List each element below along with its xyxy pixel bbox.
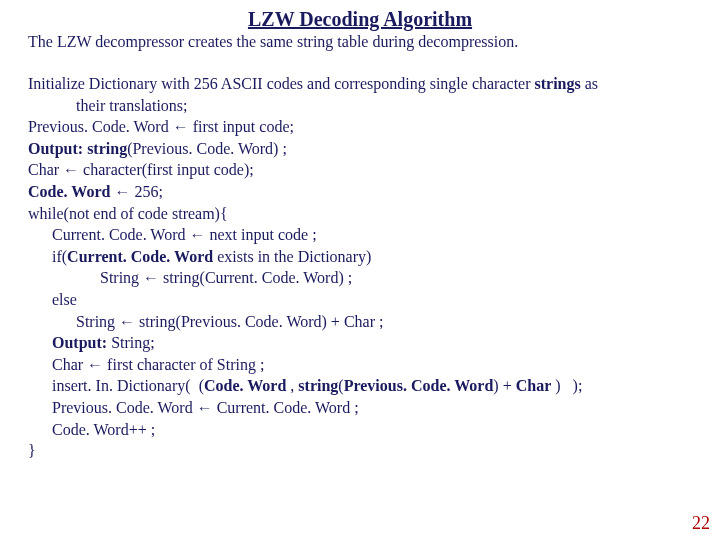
code-line: Char ← first character of String ;: [28, 354, 692, 376]
code-line: Output: string(Previous. Code. Word) ;: [28, 138, 692, 160]
code-line: else: [28, 289, 692, 311]
code-line: insert. In. Dictionary( (Code. Word , st…: [28, 375, 692, 397]
code-line: while(not end of code stream){: [28, 203, 692, 225]
code-line: Initialize Dictionary with 256 ASCII cod…: [28, 73, 692, 95]
slide-page: LZW Decoding Algorithm The LZW decompres…: [0, 0, 720, 462]
code-line: if(Current. Code. Word exists in the Dic…: [28, 246, 692, 268]
code-line: Previous. Code. Word ← first input code;: [28, 116, 692, 138]
code-line: Current. Code. Word ← next input code ;: [28, 224, 692, 246]
code-line: Code. Word ← 256;: [28, 181, 692, 203]
code-line: }: [28, 440, 692, 462]
code-line: their translations;: [28, 95, 692, 117]
code-line: String ← string(Previous. Code. Word) + …: [28, 311, 692, 333]
slide-subtitle: The LZW decompressor creates the same st…: [28, 33, 692, 51]
code-line: Output: String;: [28, 332, 692, 354]
code-line: Code. Word++ ;: [28, 419, 692, 441]
page-number: 22: [692, 513, 710, 534]
code-line: Previous. Code. Word ← Current. Code. Wo…: [28, 397, 692, 419]
code-line: Char ← character(first input code);: [28, 159, 692, 181]
slide-title: LZW Decoding Algorithm: [28, 8, 692, 31]
code-line: String ← string(Current. Code. Word) ;: [28, 267, 692, 289]
algorithm-block: Initialize Dictionary with 256 ASCII cod…: [28, 73, 692, 462]
